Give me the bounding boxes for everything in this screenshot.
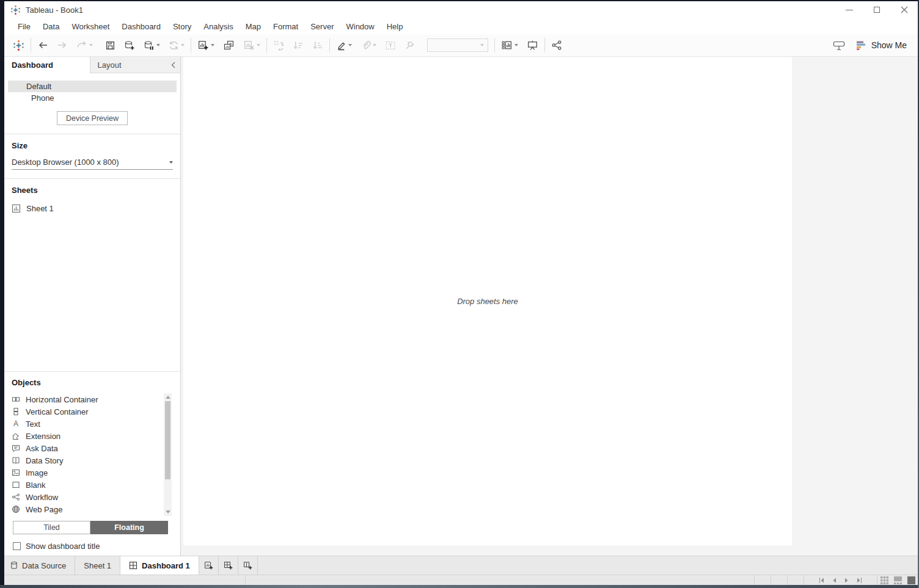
- tooltip-mode-icon[interactable]: [832, 40, 846, 51]
- tab-sheet-1[interactable]: Sheet 1: [75, 556, 120, 575]
- tiled-button[interactable]: Tiled: [13, 521, 90, 534]
- vertical-container-icon: [12, 407, 20, 416]
- share-icon[interactable]: [551, 40, 562, 51]
- group-members-dropdown: [361, 40, 376, 51]
- menu-map[interactable]: Map: [240, 20, 267, 33]
- replay-dropdown: [76, 40, 93, 50]
- object-text[interactable]: A Text: [12, 418, 173, 430]
- device-default-label: Default: [26, 82, 51, 91]
- status-spacer-cell: [246, 575, 755, 585]
- new-story-tab-icon: [243, 561, 253, 570]
- undo-icon[interactable]: [37, 40, 48, 50]
- scroll-up-icon[interactable]: [166, 396, 170, 399]
- last-tab-icon[interactable]: [857, 578, 862, 583]
- ask-data-icon: [12, 444, 20, 452]
- scroll-thumb[interactable]: [165, 401, 170, 479]
- menu-worksheet[interactable]: Worksheet: [65, 20, 115, 33]
- status-bar: [4, 575, 918, 585]
- text-icon: A: [12, 419, 20, 428]
- window-title: Tableau - Book1: [26, 5, 83, 15]
- save-icon[interactable]: [105, 40, 115, 51]
- sheet-item-label: Sheet 1: [26, 204, 54, 213]
- show-me-button[interactable]: Show Me: [855, 40, 907, 51]
- tab-navigation: [804, 575, 877, 585]
- new-worksheet-dropdown[interactable]: [197, 40, 214, 51]
- extension-icon: [12, 432, 20, 440]
- redo-icon: [57, 40, 68, 50]
- object-extension[interactable]: Extension: [12, 430, 173, 442]
- sort-ascending-icon: [293, 40, 304, 51]
- new-data-source-icon[interactable]: [124, 40, 135, 51]
- menu-data[interactable]: Data: [37, 20, 65, 33]
- new-dashboard-tab-icon: [223, 561, 233, 570]
- new-worksheet-button[interactable]: [199, 556, 219, 575]
- pause-updates-dropdown[interactable]: [144, 40, 160, 51]
- duplicate-icon[interactable]: [223, 40, 235, 51]
- tab-dashboard[interactable]: Dashboard: [4, 57, 90, 73]
- device-phone-label: Phone: [31, 93, 54, 103]
- show-hide-cards-dropdown[interactable]: [501, 40, 518, 51]
- scroll-down-icon[interactable]: [166, 510, 170, 514]
- object-horizontal-container[interactable]: Horizontal Container: [12, 393, 173, 405]
- menu-window[interactable]: Window: [340, 20, 380, 33]
- maximize-button[interactable]: [863, 1, 890, 18]
- show-dashboard-title-checkbox[interactable]: [13, 542, 21, 550]
- minimize-icon: [846, 10, 853, 10]
- single-view-icon[interactable]: [907, 576, 915, 584]
- next-tab-icon[interactable]: [844, 578, 849, 583]
- horizontal-container-icon: [12, 395, 20, 404]
- filmstrip-view-icon[interactable]: [894, 576, 902, 584]
- minimize-button[interactable]: [835, 1, 863, 18]
- show-tabs-icon[interactable]: [881, 576, 888, 584]
- show-me-icon: [855, 40, 866, 51]
- size-heading: Size: [12, 141, 173, 150]
- presentation-mode-icon[interactable]: [527, 40, 538, 51]
- object-web-page[interactable]: Web Page: [12, 503, 173, 515]
- tableau-window: Tableau - Book1 File Data Worksheet Dash…: [4, 1, 918, 585]
- floating-button[interactable]: Floating: [90, 521, 168, 534]
- menu-file[interactable]: File: [12, 20, 37, 33]
- object-blank[interactable]: Blank: [12, 479, 173, 491]
- show-dashboard-title-row[interactable]: Show dashboard title: [13, 542, 168, 551]
- pause-auto-updates-icon: [144, 40, 155, 51]
- object-image[interactable]: Image: [12, 466, 173, 479]
- menu-server[interactable]: Server: [304, 20, 340, 33]
- close-button[interactable]: [890, 1, 918, 18]
- size-dropdown[interactable]: Desktop Browser (1000 x 800): [12, 158, 173, 170]
- device-default-row[interactable]: Default: [8, 81, 177, 92]
- device-phone-row[interactable]: Phone: [8, 92, 177, 104]
- tab-layout-label: Layout: [98, 60, 122, 70]
- close-icon: [901, 6, 908, 13]
- collapse-pane-icon[interactable]: [171, 62, 175, 68]
- highlight-dropdown[interactable]: [336, 40, 352, 51]
- menu-dashboard[interactable]: Dashboard: [115, 20, 167, 33]
- svg-text:A: A: [13, 419, 18, 428]
- new-dashboard-button[interactable]: [219, 556, 238, 575]
- new-story-button[interactable]: [238, 556, 258, 575]
- tab-data-source[interactable]: Data Source: [4, 556, 75, 575]
- menu-help[interactable]: Help: [381, 20, 409, 33]
- tab-dashboard-1[interactable]: Dashboard 1: [120, 556, 199, 575]
- objects-scrollbar[interactable]: [164, 393, 172, 516]
- swap-rows-columns-icon: [273, 40, 284, 51]
- sheet-list-item[interactable]: Sheet 1: [12, 204, 173, 213]
- device-preview-button[interactable]: Device Preview: [57, 111, 128, 125]
- tableau-home-icon[interactable]: [13, 40, 24, 51]
- new-worksheet-tab-icon: [203, 561, 214, 570]
- menu-format[interactable]: Format: [267, 20, 304, 33]
- menu-story[interactable]: Story: [167, 20, 197, 33]
- tab-sheet-1-label: Sheet 1: [84, 561, 111, 570]
- toolbar: Show Me: [4, 34, 918, 57]
- show-me-label: Show Me: [871, 40, 907, 50]
- menu-analysis[interactable]: Analysis: [197, 20, 239, 33]
- object-ask-data[interactable]: Ask Data: [12, 442, 173, 454]
- dashboard-canvas[interactable]: Drop sheets here: [183, 57, 792, 545]
- object-vertical-container[interactable]: Vertical Container: [12, 405, 173, 418]
- object-workflow[interactable]: Workflow: [12, 491, 173, 503]
- previous-tab-icon[interactable]: [832, 578, 837, 583]
- tab-layout[interactable]: Layout: [90, 57, 181, 73]
- first-tab-icon[interactable]: [819, 578, 824, 583]
- status-cell-2: [771, 575, 788, 585]
- object-data-story[interactable]: Data Story: [12, 454, 173, 466]
- tableau-logo-icon: [10, 5, 21, 15]
